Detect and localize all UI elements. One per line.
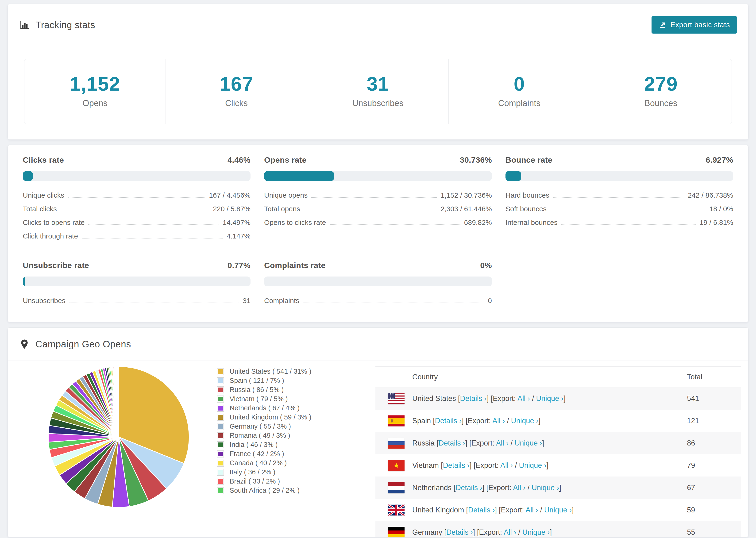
legend-item: Canada ( 40 / 2% ) — [217, 458, 311, 467]
legend-item: Russia ( 86 / 5% ) — [217, 385, 311, 394]
rate-row: Hard bounces242 / 86.738% — [506, 188, 733, 202]
rate-row-value: 1,152 / 30.736% — [441, 191, 492, 199]
export-unique-link[interactable]: Unique › — [522, 528, 550, 536]
export-all-link[interactable]: All › — [525, 506, 538, 514]
rate-progress-fill — [264, 171, 334, 181]
export-unique-link[interactable]: Unique › — [531, 484, 559, 492]
slash: / — [525, 484, 531, 492]
geo-table-header: Country Total — [375, 367, 741, 387]
rate-value: 4.46% — [228, 155, 250, 165]
country-cell: Netherlands [Details ›] [Export: All › /… — [412, 484, 561, 492]
slash: / — [538, 506, 544, 514]
stat-label: Complaints — [449, 98, 590, 108]
stat-cell: 31Unsubscribes — [307, 59, 449, 124]
map-pin-icon — [19, 339, 30, 350]
bracket: ] [Export: — [473, 528, 504, 536]
rate-row-value: 2,303 / 61.446% — [441, 205, 492, 213]
export-unique-link[interactable]: Unique › — [514, 439, 542, 447]
legend-swatch — [217, 441, 224, 448]
rate-row-label: Total clicks — [23, 205, 57, 213]
legend-label: Brazil ( 33 / 2% ) — [230, 477, 280, 485]
legend-item: Spain ( 121 / 7% ) — [217, 376, 311, 385]
country-total: 541 — [687, 394, 699, 403]
legend-label: Romania ( 49 / 3% ) — [230, 432, 290, 439]
rate-row-label: Complaints — [264, 297, 299, 305]
legend-item: United States ( 541 / 31% ) — [217, 367, 311, 376]
rate-row: Unique clicks167 / 4.456% — [23, 188, 250, 202]
legend-item: United Kingdom ( 59 / 3% ) — [217, 413, 311, 422]
dotted-leader — [550, 211, 706, 211]
rate-section: Opens rate30.736%Unique opens1,152 / 30.… — [264, 155, 492, 243]
country-name: Netherlands — [412, 484, 454, 492]
export-basic-stats-button[interactable]: Export basic stats — [652, 16, 737, 33]
rate-rows: Unsubscribes31 — [23, 294, 250, 307]
export-all-link[interactable]: All › — [504, 528, 516, 536]
rate-row-value: 18 / 0% — [709, 205, 733, 213]
legend-swatch — [217, 423, 224, 430]
export-unique-link[interactable]: Unique › — [544, 506, 572, 514]
geo-table-body: United States [Details ›] [Export: All ›… — [375, 387, 741, 537]
country-total: 86 — [687, 439, 695, 447]
stat-cell: 279Bounces — [590, 59, 731, 124]
stat-cell: 1,152Opens — [25, 59, 166, 124]
export-all-link[interactable]: All › — [496, 439, 509, 447]
stat-label: Bounces — [590, 98, 731, 108]
rate-section-header: Opens rate30.736% — [264, 155, 492, 165]
stat-value: 1,152 — [25, 74, 166, 94]
rate-section-header: Bounce rate6.927% — [506, 155, 733, 165]
rate-row: Total clicks220 / 5.87% — [23, 202, 250, 216]
dotted-leader — [88, 224, 219, 225]
rate-row-label: Clicks to opens rate — [23, 219, 84, 227]
export-all-link[interactable]: All › — [513, 484, 525, 492]
legend-label: United States ( 541 / 31% ) — [230, 368, 311, 375]
export-unique-link[interactable]: Unique › — [519, 461, 546, 469]
legend-item: Italy ( 36 / 2% ) — [217, 467, 311, 477]
details-link[interactable]: Details › — [468, 506, 495, 514]
dotted-leader — [303, 302, 484, 303]
details-link[interactable]: Details › — [460, 394, 487, 403]
details-link[interactable]: Details › — [456, 484, 482, 492]
dotted-leader — [82, 238, 223, 239]
rate-section-header: Complaints rate0% — [264, 261, 492, 270]
rates-grid: Clicks rate4.46%Unique clicks167 / 4.456… — [8, 145, 748, 322]
legend-label: Russia ( 86 / 5% ) — [230, 386, 284, 394]
details-link[interactable]: Details › — [439, 439, 465, 447]
dotted-leader — [553, 197, 684, 198]
stat-label: Unsubscribes — [307, 98, 449, 108]
details-link[interactable]: Details › — [446, 528, 473, 536]
legend-swatch — [217, 414, 224, 421]
rate-section-header: Unsubscribe rate0.77% — [23, 261, 250, 270]
details-link[interactable]: Details › — [443, 461, 469, 469]
geo-header: Campaign Geo Opens — [8, 328, 748, 361]
geo-table: Country Total United States [Details ›] … — [375, 366, 741, 537]
rate-row: Unsubscribes31 — [23, 294, 250, 307]
rate-value: 0% — [480, 261, 492, 270]
country-name: United Kingdom — [412, 506, 466, 514]
export-all-link[interactable]: All › — [500, 461, 513, 469]
bracket: ] — [559, 484, 561, 492]
rate-value: 30.736% — [460, 155, 492, 165]
country-total: 67 — [687, 484, 695, 492]
stat-value: 167 — [166, 74, 307, 94]
export-unique-link[interactable]: Unique › — [511, 417, 538, 425]
campaign-geo-opens-card: Campaign Geo Opens United States ( 541 /… — [8, 327, 748, 537]
legend-swatch — [217, 396, 224, 403]
legend-label: Spain ( 121 / 7% ) — [230, 377, 284, 385]
country-name: Russia — [412, 439, 436, 447]
geo-table-row: Germany [Details ›] [Export: All › / Uni… — [375, 521, 741, 537]
country-name: Germany — [412, 528, 444, 536]
rate-row-value: 4.147% — [227, 232, 250, 240]
legend-item: France ( 42 / 2% ) — [217, 449, 311, 458]
export-all-link[interactable]: All › — [517, 394, 530, 403]
details-link[interactable]: Details › — [435, 417, 462, 425]
stat-cell: 167Clicks — [166, 59, 307, 124]
rate-row-label: Unsubscribes — [23, 297, 66, 305]
legend-label: South Africa ( 29 / 2% ) — [230, 487, 299, 494]
geo-content: United States ( 541 / 31% )Spain ( 121 /… — [8, 361, 748, 537]
rate-title: Clicks rate — [23, 155, 64, 165]
legend-item: India ( 46 / 3% ) — [217, 440, 311, 449]
rate-row-value: 19 / 6.81% — [700, 219, 733, 227]
export-all-link[interactable]: All › — [492, 417, 505, 425]
bracket: ] — [572, 506, 574, 514]
export-unique-link[interactable]: Unique › — [536, 394, 564, 403]
